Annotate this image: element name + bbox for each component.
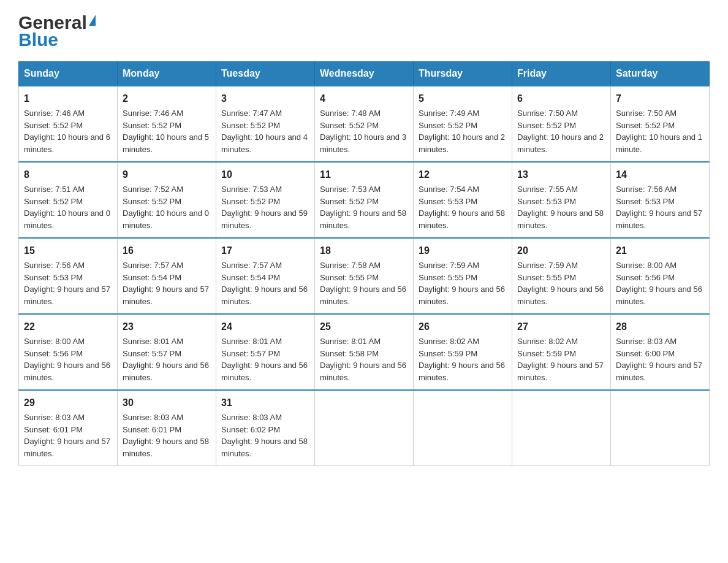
- sunset-text: Sunset: 5:56 PM: [616, 273, 675, 282]
- sunrise-text: Sunrise: 7:53 AM: [320, 185, 381, 194]
- sunset-text: Sunset: 5:53 PM: [24, 273, 83, 282]
- calendar-cell: 23Sunrise: 8:01 AMSunset: 5:57 PMDayligh…: [118, 314, 216, 390]
- day-number: 25: [320, 320, 408, 334]
- sunrise-text: Sunrise: 8:03 AM: [616, 337, 677, 346]
- calendar-cell: 22Sunrise: 8:00 AMSunset: 5:56 PMDayligh…: [19, 314, 118, 390]
- daylight-text: Daylight: 9 hours and 56 minutes.: [517, 285, 604, 306]
- day-number: 14: [616, 167, 704, 182]
- day-number: 2: [123, 91, 211, 106]
- sunrise-text: Sunrise: 7:59 AM: [517, 261, 578, 270]
- daylight-text: Daylight: 9 hours and 57 minutes.: [616, 361, 702, 382]
- sunset-text: Sunset: 5:52 PM: [221, 121, 280, 130]
- calendar-table: SundayMondayTuesdayWednesdayThursdayFrid…: [18, 61, 710, 466]
- calendar-cell: 10Sunrise: 7:53 AMSunset: 5:52 PMDayligh…: [216, 162, 315, 238]
- logo-triangle-icon: [89, 15, 96, 26]
- sunrise-text: Sunrise: 7:48 AM: [320, 109, 381, 118]
- sunset-text: Sunset: 5:55 PM: [517, 273, 576, 282]
- sunrise-text: Sunrise: 7:59 AM: [419, 261, 479, 270]
- day-header-tuesday: Tuesday: [216, 62, 315, 86]
- sunset-text: Sunset: 5:57 PM: [123, 349, 181, 358]
- sunset-text: Sunset: 5:52 PM: [517, 121, 576, 130]
- daylight-text: Daylight: 9 hours and 58 minutes.: [123, 437, 209, 458]
- day-number: 15: [24, 243, 112, 258]
- sunset-text: Sunset: 5:59 PM: [517, 349, 576, 358]
- day-header-wednesday: Wednesday: [315, 62, 414, 86]
- sunrise-text: Sunrise: 7:58 AM: [320, 261, 381, 270]
- logo: General Blue: [18, 12, 96, 49]
- daylight-text: Daylight: 10 hours and 6 minutes.: [24, 132, 110, 154]
- calendar-cell: 12Sunrise: 7:54 AMSunset: 5:53 PMDayligh…: [414, 162, 512, 238]
- sunset-text: Sunset: 5:52 PM: [320, 197, 379, 206]
- sunrise-text: Sunrise: 7:54 AM: [419, 185, 479, 194]
- day-number: 8: [24, 167, 112, 182]
- sunset-text: Sunset: 5:54 PM: [123, 273, 181, 282]
- calendar-cell: [414, 390, 512, 466]
- daylight-text: Daylight: 9 hours and 56 minutes.: [419, 285, 505, 306]
- daylight-text: Daylight: 9 hours and 56 minutes.: [320, 361, 406, 382]
- calendar-cell: [512, 390, 611, 466]
- calendar-cell: 20Sunrise: 7:59 AMSunset: 5:55 PMDayligh…: [512, 238, 611, 314]
- day-header-saturday: Saturday: [611, 62, 710, 86]
- calendar-cell: 11Sunrise: 7:53 AMSunset: 5:52 PMDayligh…: [315, 162, 414, 238]
- calendar-cell: 8Sunrise: 7:51 AMSunset: 5:52 PMDaylight…: [19, 162, 118, 238]
- sunrise-text: Sunrise: 8:00 AM: [24, 337, 85, 346]
- calendar-cell: 15Sunrise: 7:56 AMSunset: 5:53 PMDayligh…: [19, 238, 118, 314]
- daylight-text: Daylight: 9 hours and 57 minutes.: [24, 285, 110, 306]
- calendar-header-row: SundayMondayTuesdayWednesdayThursdayFrid…: [19, 62, 710, 86]
- calendar-cell: 26Sunrise: 8:02 AMSunset: 5:59 PMDayligh…: [414, 314, 512, 390]
- sunset-text: Sunset: 6:02 PM: [221, 425, 280, 434]
- calendar-cell: 24Sunrise: 8:01 AMSunset: 5:57 PMDayligh…: [216, 314, 315, 390]
- sunset-text: Sunset: 5:52 PM: [320, 121, 379, 130]
- sunrise-text: Sunrise: 7:57 AM: [123, 261, 183, 270]
- day-header-friday: Friday: [512, 62, 611, 86]
- calendar-cell: 17Sunrise: 7:57 AMSunset: 5:54 PMDayligh…: [216, 238, 315, 314]
- daylight-text: Daylight: 9 hours and 56 minutes.: [320, 285, 406, 306]
- calendar-cell: 30Sunrise: 8:03 AMSunset: 6:01 PMDayligh…: [118, 390, 216, 466]
- day-number: 7: [616, 91, 704, 106]
- sunrise-text: Sunrise: 7:49 AM: [419, 109, 479, 118]
- sunrise-text: Sunrise: 7:47 AM: [221, 109, 282, 118]
- day-number: 4: [320, 91, 408, 106]
- sunrise-text: Sunrise: 8:01 AM: [123, 337, 183, 346]
- calendar-cell: 19Sunrise: 7:59 AMSunset: 5:55 PMDayligh…: [414, 238, 512, 314]
- daylight-text: Daylight: 9 hours and 57 minutes.: [24, 437, 110, 458]
- sunrise-text: Sunrise: 7:57 AM: [221, 261, 282, 270]
- calendar-week-row: 1Sunrise: 7:46 AMSunset: 5:52 PMDaylight…: [19, 86, 710, 162]
- daylight-text: Daylight: 10 hours and 2 minutes.: [517, 132, 604, 154]
- calendar-cell: 29Sunrise: 8:03 AMSunset: 6:01 PMDayligh…: [19, 390, 118, 466]
- day-header-thursday: Thursday: [414, 62, 512, 86]
- sunrise-text: Sunrise: 7:56 AM: [24, 261, 85, 270]
- day-number: 6: [517, 91, 605, 106]
- daylight-text: Daylight: 9 hours and 57 minutes.: [616, 209, 702, 230]
- calendar-cell: 18Sunrise: 7:58 AMSunset: 5:55 PMDayligh…: [315, 238, 414, 314]
- day-number: 16: [123, 243, 211, 258]
- day-number: 3: [221, 91, 309, 106]
- calendar-week-row: 15Sunrise: 7:56 AMSunset: 5:53 PMDayligh…: [19, 238, 710, 314]
- sunrise-text: Sunrise: 7:50 AM: [616, 109, 677, 118]
- daylight-text: Daylight: 9 hours and 56 minutes.: [419, 361, 505, 382]
- daylight-text: Daylight: 9 hours and 58 minutes.: [221, 437, 308, 458]
- sunset-text: Sunset: 5:56 PM: [24, 349, 83, 358]
- day-header-monday: Monday: [118, 62, 216, 86]
- calendar-cell: [315, 390, 414, 466]
- calendar-cell: 2Sunrise: 7:46 AMSunset: 5:52 PMDaylight…: [118, 86, 216, 162]
- day-number: 17: [221, 243, 309, 258]
- day-number: 20: [517, 243, 605, 258]
- daylight-text: Daylight: 9 hours and 57 minutes.: [123, 285, 209, 306]
- sunrise-text: Sunrise: 8:03 AM: [123, 413, 183, 422]
- daylight-text: Daylight: 9 hours and 58 minutes.: [517, 209, 604, 230]
- daylight-text: Daylight: 9 hours and 57 minutes.: [517, 361, 604, 382]
- calendar-cell: 4Sunrise: 7:48 AMSunset: 5:52 PMDaylight…: [315, 86, 414, 162]
- sunrise-text: Sunrise: 7:56 AM: [616, 185, 677, 194]
- sunrise-text: Sunrise: 8:02 AM: [517, 337, 578, 346]
- sunset-text: Sunset: 5:52 PM: [419, 121, 477, 130]
- sunset-text: Sunset: 6:01 PM: [24, 425, 83, 434]
- sunrise-text: Sunrise: 7:51 AM: [24, 185, 85, 194]
- calendar-cell: 13Sunrise: 7:55 AMSunset: 5:53 PMDayligh…: [512, 162, 611, 238]
- calendar-cell: 31Sunrise: 8:03 AMSunset: 6:02 PMDayligh…: [216, 390, 315, 466]
- calendar-cell: 7Sunrise: 7:50 AMSunset: 5:52 PMDaylight…: [611, 86, 710, 162]
- calendar-cell: 14Sunrise: 7:56 AMSunset: 5:53 PMDayligh…: [611, 162, 710, 238]
- day-number: 24: [221, 320, 309, 334]
- day-number: 29: [24, 396, 112, 410]
- sunset-text: Sunset: 5:55 PM: [419, 273, 477, 282]
